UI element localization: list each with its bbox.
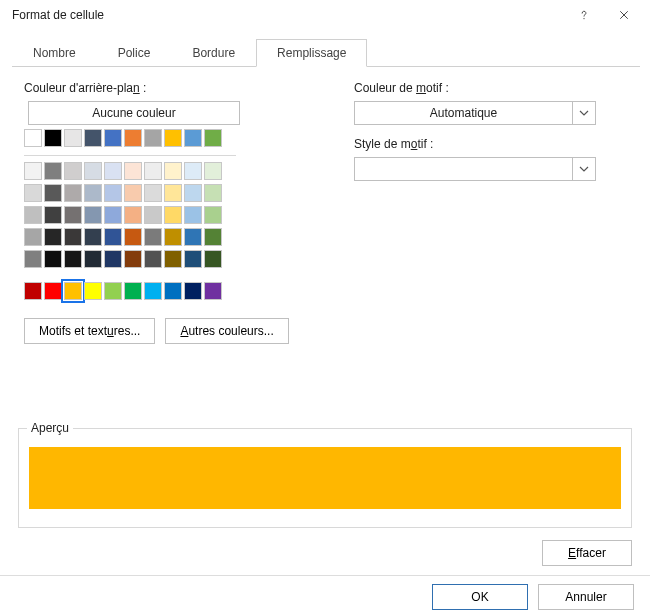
tab-number[interactable]: Nombre	[12, 39, 97, 67]
color-swatch[interactable]	[124, 162, 142, 180]
color-swatch[interactable]	[144, 206, 162, 224]
color-swatch[interactable]	[164, 250, 182, 268]
color-swatch[interactable]	[24, 282, 42, 300]
ok-button[interactable]: OK	[432, 584, 528, 610]
color-swatch[interactable]	[144, 250, 162, 268]
color-swatch[interactable]	[124, 250, 142, 268]
color-swatch[interactable]	[24, 250, 42, 268]
color-swatch[interactable]	[104, 184, 122, 202]
color-swatch[interactable]	[104, 282, 122, 300]
color-swatch[interactable]	[64, 228, 82, 246]
tab-border[interactable]: Bordure	[171, 39, 256, 67]
palette-standard-row	[24, 282, 314, 300]
color-swatch[interactable]	[104, 228, 122, 246]
color-swatch[interactable]	[44, 129, 62, 147]
bg-color-label: Couleur d'arrière-plan :	[24, 81, 314, 95]
color-swatch[interactable]	[24, 184, 42, 202]
color-swatch[interactable]	[204, 129, 222, 147]
color-swatch[interactable]	[164, 184, 182, 202]
color-swatch[interactable]	[184, 282, 202, 300]
pattern-style-label: Style de motif :	[354, 137, 614, 151]
color-swatch[interactable]	[84, 250, 102, 268]
preview-group: Aperçu	[18, 428, 632, 528]
pattern-color-label: Couleur de motif :	[354, 81, 614, 95]
color-swatch[interactable]	[24, 228, 42, 246]
color-swatch[interactable]	[164, 228, 182, 246]
color-swatch[interactable]	[184, 184, 202, 202]
color-swatch[interactable]	[84, 162, 102, 180]
color-swatch[interactable]	[204, 162, 222, 180]
no-color-button[interactable]: Aucune couleur	[28, 101, 240, 125]
color-swatch[interactable]	[44, 162, 62, 180]
color-swatch[interactable]	[144, 129, 162, 147]
color-swatch[interactable]	[184, 228, 202, 246]
color-swatch[interactable]	[44, 206, 62, 224]
dialog-title: Format de cellule	[12, 8, 104, 22]
color-swatch[interactable]	[204, 228, 222, 246]
cancel-button[interactable]: Annuler	[538, 584, 634, 610]
color-swatch[interactable]	[84, 282, 102, 300]
more-colors-button[interactable]: Autres couleurs...	[165, 318, 288, 344]
color-swatch[interactable]	[144, 228, 162, 246]
pattern-style-combo[interactable]	[354, 157, 596, 181]
color-swatch[interactable]	[184, 250, 202, 268]
color-swatch[interactable]	[144, 162, 162, 180]
pattern-section: Couleur de motif : Automatique Style de …	[354, 81, 614, 344]
color-swatch[interactable]	[64, 129, 82, 147]
color-swatch[interactable]	[184, 129, 202, 147]
color-swatch[interactable]	[24, 129, 42, 147]
color-swatch[interactable]	[144, 184, 162, 202]
color-swatch[interactable]	[144, 282, 162, 300]
color-swatch[interactable]	[64, 250, 82, 268]
color-swatch[interactable]	[64, 206, 82, 224]
clear-button[interactable]: Effacer	[542, 540, 632, 566]
color-swatch[interactable]	[44, 184, 62, 202]
chevron-down-icon	[572, 158, 595, 180]
fill-effects-button[interactable]: Motifs et textures...	[24, 318, 155, 344]
format-cells-dialog: Format de cellule Nombre Police Bordure …	[0, 0, 650, 616]
color-swatch[interactable]	[64, 282, 82, 300]
color-swatch[interactable]	[64, 184, 82, 202]
color-swatch[interactable]	[44, 228, 62, 246]
color-swatch[interactable]	[84, 129, 102, 147]
color-swatch[interactable]	[204, 206, 222, 224]
color-swatch[interactable]	[64, 162, 82, 180]
color-swatch[interactable]	[164, 162, 182, 180]
background-color-section: Couleur d'arrière-plan : Aucune couleur …	[24, 81, 314, 344]
color-swatch[interactable]	[24, 206, 42, 224]
color-swatch[interactable]	[104, 250, 122, 268]
color-swatch[interactable]	[84, 206, 102, 224]
help-button[interactable]	[564, 1, 604, 29]
color-swatch[interactable]	[84, 228, 102, 246]
color-swatch[interactable]	[204, 184, 222, 202]
color-swatch[interactable]	[204, 282, 222, 300]
color-swatch[interactable]	[44, 282, 62, 300]
tab-fill[interactable]: Remplissage	[256, 39, 367, 67]
preview-swatch	[29, 447, 621, 509]
color-swatch[interactable]	[184, 206, 202, 224]
color-swatch[interactable]	[44, 250, 62, 268]
color-swatch[interactable]	[104, 206, 122, 224]
preview-label: Aperçu	[27, 421, 73, 435]
chevron-down-icon	[572, 102, 595, 124]
color-swatch[interactable]	[104, 162, 122, 180]
color-swatch[interactable]	[204, 250, 222, 268]
bg-label-text: Couleur d'arrière-pla	[24, 81, 133, 95]
color-swatch[interactable]	[184, 162, 202, 180]
color-swatch[interactable]	[164, 129, 182, 147]
color-swatch[interactable]	[84, 184, 102, 202]
close-button[interactable]	[604, 1, 644, 29]
color-swatch[interactable]	[124, 129, 142, 147]
tab-font[interactable]: Police	[97, 39, 172, 67]
pattern-color-combo[interactable]: Automatique	[354, 101, 596, 125]
color-swatch[interactable]	[104, 129, 122, 147]
color-swatch[interactable]	[164, 206, 182, 224]
color-swatch[interactable]	[24, 162, 42, 180]
palette-shades	[24, 162, 314, 268]
dialog-footer: OK Annuler	[432, 584, 634, 610]
color-swatch[interactable]	[124, 228, 142, 246]
color-swatch[interactable]	[164, 282, 182, 300]
color-swatch[interactable]	[124, 282, 142, 300]
color-swatch[interactable]	[124, 184, 142, 202]
color-swatch[interactable]	[124, 206, 142, 224]
